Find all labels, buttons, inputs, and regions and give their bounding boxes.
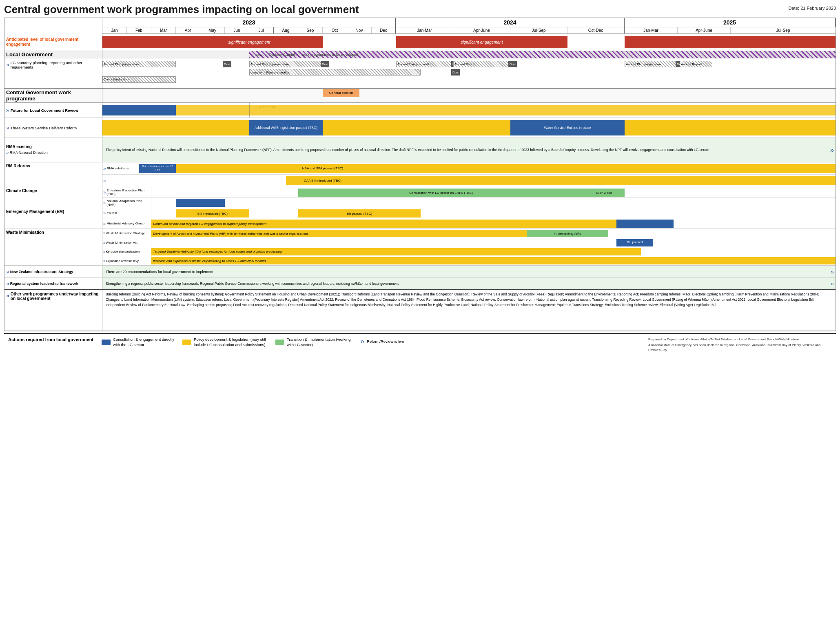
waste-levy-row: » Expansion of waste levy Increase and e…: [102, 256, 836, 265]
regional-arrow: »: [6, 280, 9, 287]
quarter-2024-q2: Apr-June: [453, 27, 510, 33]
footer-note: Prepared by Department of Internal Affai…: [648, 337, 832, 352]
date-label: Date: 21 February 2023: [789, 3, 836, 11]
erp-consultation-bar: Consultation with LG sector on ERP2 (TBC…: [298, 189, 584, 197]
header-label-col: [4, 18, 102, 34]
annual-plan-bar-1: Annual Plan preparation: [102, 61, 176, 67]
future-lg-content: Final report: [102, 103, 836, 118]
em-bill-label: » EM Bill: [102, 208, 151, 218]
rma-existing-row: RMA existing » RMA National Direction Th…: [4, 138, 836, 162]
cg-election-area: General election: [102, 89, 836, 102]
month-aug: Aug: [274, 27, 298, 33]
nap-bar: [176, 199, 225, 207]
month-dec: Dec: [372, 27, 396, 33]
waste-implementing-bar: Implementing AIPs: [527, 230, 608, 237]
rm-reforms-content: » RMA sub-items Submissions closed 5 Feb…: [102, 162, 836, 187]
rm-sub1-yellow2: [359, 164, 836, 173]
nap-label: » National Adaptation Plan (NAP): [102, 198, 151, 208]
climate-change-label: Climate Change: [4, 187, 102, 208]
waste-label: Waste Minimisation: [4, 229, 102, 265]
other-work-row: » Other work programmes underway impacti…: [4, 290, 836, 331]
waste-bill-passed-bar: Bill passed: [616, 239, 653, 246]
other-work-label: » Other work programmes underway impacti…: [4, 290, 102, 331]
year-2025: 2025: [625, 18, 836, 27]
cyclone-bar: Impact of Cyclone Gabrielle – work progr…: [249, 51, 836, 58]
due-marker-4: Due: [508, 61, 517, 67]
quarter-2025-q1: Jan-Mar: [625, 27, 678, 33]
month-jan: Jan: [102, 27, 127, 33]
rm-sub2-label: »: [102, 175, 139, 187]
waste-content: » Waste Minimisation Strategy Developmen…: [102, 229, 836, 265]
three-waters-row: » Three Waters Service Delivery Reform A…: [4, 118, 836, 138]
legend-blue: Consultation & engagement directly with …: [102, 337, 174, 347]
em-bill-row: » EM Bill Bill introduced (TBC) Bill pas…: [102, 208, 836, 218]
three-waters-wse-bar: Additional WSE legislation passed (TBC): [249, 120, 323, 135]
legend-arrow: » Reform/Review is live: [360, 337, 404, 346]
rm-reforms-sub2: » CAA Bill introduced (TBC): [102, 175, 836, 187]
annual-report-bar-1: Annual Report preparation: [249, 61, 323, 67]
em-bill-intro-bar: Bill introduced (TBC): [176, 209, 249, 218]
legend-arrow-icon: »: [360, 337, 364, 346]
rma-existing-label: RMA existing » RMA National Direction: [4, 138, 102, 162]
waste-aip-bar: Development of Action and Investment Pla…: [151, 230, 527, 237]
other-work-content: Building reforms (Building Act Reforms, …: [102, 290, 836, 331]
annual-report-bar-2: Annual Report: [453, 61, 510, 67]
climate-change-row: Climate Change » Emissions Reduction Pla…: [4, 187, 836, 208]
quarter-2025-q2: Apr-June: [678, 27, 731, 33]
month-jul: Jul: [249, 27, 274, 33]
quarter-2024-q1: Jan-Mar: [396, 27, 453, 33]
rm-sub1-label: » RMA sub-items: [102, 162, 139, 174]
due-marker-1: Due: [223, 61, 231, 67]
legend-title-cell: Actions required from local government: [8, 337, 93, 342]
em-row: Emergency Management (EM) » EM Bill Bill…: [4, 208, 836, 229]
annual-report-bar-3: Annual Report: [680, 61, 712, 67]
nba-spa-bar: NBA and SPA passed (TBC): [286, 164, 359, 173]
nz-infrastructure-row: » New Zealand Infrastructure Strategy Th…: [4, 266, 836, 278]
em-advisory-content: Continued ad hoc and targeted LG engagem…: [151, 218, 836, 229]
legend: Actions required from local government C…: [4, 333, 836, 355]
nap-content: [151, 198, 836, 208]
waste-row: Waste Minimisation » Waste Minimisation …: [4, 229, 836, 266]
rm-reforms-sub1: » RMA sub-items Submissions closed 5 Feb…: [102, 162, 836, 175]
annual-plan-bar-2: Annual Plan preparation: [396, 61, 453, 67]
months-row: Jan Feb Mar Apr May Jun Jul Aug Sep Oct …: [102, 27, 836, 34]
month-jun: Jun: [225, 27, 249, 33]
years-row: 2023 2024 2025: [102, 18, 836, 27]
other-work-arrow: »: [6, 292, 9, 299]
future-lg-row: » Future for Local Government Review Fin…: [4, 103, 836, 118]
three-waters-yellow-2: [323, 120, 510, 135]
timeline-header: 2023 2024 2025 Jan Feb Mar Apr May Jun J…: [4, 18, 836, 34]
month-apr: Apr: [176, 27, 200, 33]
legend-yellow-box: [182, 340, 191, 345]
lg-statutory-content: Council induction Annual Plan preparatio…: [102, 59, 836, 88]
engagement-bar-1: [102, 36, 176, 48]
waste-levy-label: » Expansion of waste levy: [102, 256, 151, 265]
month-nov: Nov: [347, 27, 372, 33]
em-content: » EM Bill Bill introduced (TBC) Bill pas…: [102, 208, 836, 229]
rm-sub1-content: Submissions closed 5 Feb NBA and SPA pas…: [139, 162, 836, 174]
rm-reforms-label: RM Reforms: [4, 162, 102, 187]
three-waters-yellow-3: [625, 120, 836, 135]
year-2024: 2024: [396, 18, 625, 27]
regional-right-arrow: »: [831, 280, 834, 287]
waste-act-label: » Waste Minimisation Act: [102, 238, 151, 247]
page: Central government work programmes impac…: [0, 0, 840, 359]
waste-levy-bar: Increase and expansion of waste levy inc…: [151, 257, 836, 264]
waste-strategy-row: » Waste Minimisation Strategy Developmen…: [102, 229, 836, 238]
rma-existing-content: The policy intent of existing National D…: [102, 138, 836, 162]
due-marker-2: Due: [321, 61, 329, 67]
rma-arrow-icon: »: [6, 150, 9, 155]
erp-content: Consultation with LG sector on ERP2 (TBC…: [151, 187, 836, 197]
caa-bill-bar: CAA Bill introduced (TBC): [286, 176, 359, 185]
month-may: May: [200, 27, 225, 33]
kerbside-bar: Targeted Territorial Authority (TA) fund…: [151, 248, 641, 255]
main-title: Central government work programmes impac…: [4, 3, 359, 16]
lg-statutory-label: » LG statutory planning, reporting and o…: [4, 59, 102, 88]
kerbside-label: » Kerbside standardisation: [102, 247, 151, 256]
lg-section-header: Local Government Impact of Cyclone Gabri…: [4, 50, 836, 59]
month-mar: Mar: [151, 27, 176, 33]
engagement-content: significant engagement significant engag…: [102, 34, 836, 50]
annual-plan-bar-3: Annual Plan preparation: [625, 61, 678, 67]
nz-infra-right-arrow: »: [831, 269, 834, 275]
general-election-bar: General election: [323, 89, 359, 97]
